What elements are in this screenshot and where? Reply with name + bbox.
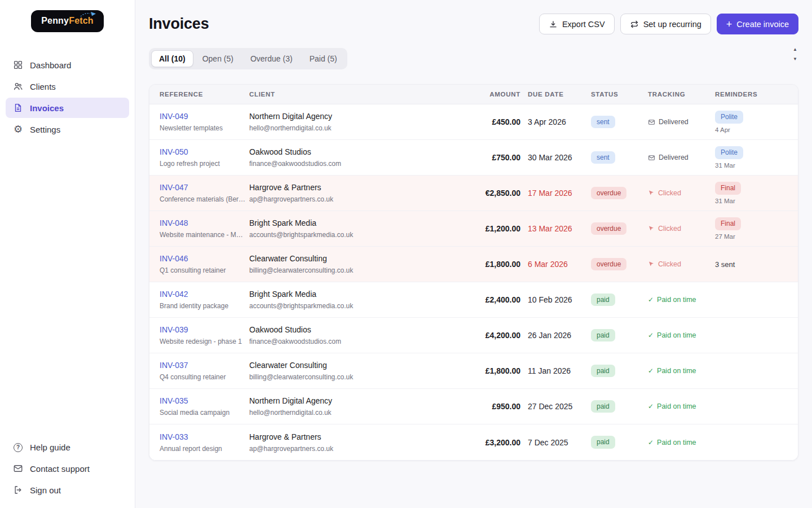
tracking-cell: ✓ Paid on time <box>648 331 715 339</box>
tracking-label: Delivered <box>659 154 689 161</box>
client-cell: Oakwood Studios finance@oakwoodstudios.c… <box>249 147 460 168</box>
sidebar-item-settings[interactable]: ⚙ Settings <box>6 119 129 139</box>
tracking-label: Paid on time <box>657 296 696 304</box>
invoice-reference-link[interactable]: INV-037 <box>160 361 188 370</box>
invoice-reference-link[interactable]: INV-049 <box>160 112 188 121</box>
invoice-reference-link[interactable]: INV-046 <box>160 254 188 263</box>
tracking-status: ✓ Paid on time <box>648 402 715 410</box>
client-name: Northern Digital Agency <box>249 396 460 405</box>
status-cell: overdue <box>591 222 648 235</box>
sidebar-item-help-guide[interactable]: ? Help guide <box>6 437 129 457</box>
client-cell: Hargrove & Partners ap@hargrovepartners.… <box>249 432 460 453</box>
status-cell: paid <box>591 329 648 341</box>
reference-cell: INV-042 Brand identity package <box>160 290 249 310</box>
brand-logo[interactable]: PennyFetch <box>31 10 104 32</box>
due-date: 13 Mar 2026 <box>528 224 591 233</box>
invoice-description: Q4 consulting retainer <box>160 373 249 381</box>
invoice-description: Logo refresh project <box>160 160 249 168</box>
status-badge: overdue <box>591 222 626 235</box>
table-row[interactable]: INV-042 Brand identity package Bright Sp… <box>149 282 798 318</box>
invoice-reference-link[interactable]: INV-047 <box>160 183 188 192</box>
filter-tabs-row: All (10) Open (5) Overdue (3) Paid (5) <box>149 48 798 69</box>
set-up-recurring-button[interactable]: Set up recurring <box>620 14 711 34</box>
reminder-badge: Polite <box>715 146 743 159</box>
invoice-description: Annual report design <box>160 445 249 453</box>
invoice-reference-link[interactable]: INV-048 <box>160 218 188 227</box>
invoice-amount: £1,200.00 <box>460 224 528 233</box>
status-badge: paid <box>591 436 615 448</box>
sidebar-item-contact-support[interactable]: Contact support <box>6 458 129 479</box>
tab-overdue[interactable]: Overdue (3) <box>242 50 301 67</box>
client-email: billing@clearwaterconsulting.co.uk <box>249 266 460 274</box>
client-cell: Clearwater Consulting billing@clearwater… <box>249 361 460 381</box>
export-csv-button[interactable]: Export CSV <box>539 14 615 34</box>
invoice-reference-link[interactable]: INV-039 <box>160 325 188 334</box>
sign-out-icon <box>12 485 24 495</box>
client-cell: Northern Digital Agency hello@northerndi… <box>249 112 460 132</box>
table-row[interactable]: INV-046 Q1 consulting retainer Clearwate… <box>149 247 798 282</box>
invoices-icon <box>12 103 24 113</box>
table-row[interactable]: INV-037 Q4 consulting retainer Clearwate… <box>149 353 798 389</box>
reminders-cell: Polite 31 Mar <box>715 146 788 168</box>
app-root: PennyFetch Dashboard Clients Invoices <box>0 0 812 508</box>
client-cell: Bright Spark Media accounts@brightsparkm… <box>249 218 460 239</box>
sidebar-item-invoices[interactable]: Invoices <box>6 98 129 118</box>
status-badge: paid <box>591 329 615 341</box>
tab-all[interactable]: All (10) <box>151 50 193 67</box>
invoice-amount: €2,850.00 <box>460 189 528 198</box>
table-row[interactable]: INV-047 Conference materials (Ber… Hargr… <box>149 176 798 211</box>
tracking-label: Paid on time <box>657 367 696 375</box>
tab-open[interactable]: Open (5) <box>195 50 241 67</box>
table-row[interactable]: INV-033 Annual report design Hargrove & … <box>149 424 798 460</box>
scroll-down-arrow[interactable]: ▼ <box>793 57 797 62</box>
sidebar-item-dashboard[interactable]: Dashboard <box>6 55 129 75</box>
reference-cell: INV-037 Q4 consulting retainer <box>160 361 249 381</box>
table-row[interactable]: INV-035 Social media campaign Northern D… <box>149 389 798 424</box>
tracking-cell: ✓ Clicked <box>648 225 715 233</box>
mail-icon <box>12 463 24 474</box>
invoice-reference-link[interactable]: INV-050 <box>160 147 188 156</box>
tab-paid[interactable]: Paid (5) <box>302 50 345 67</box>
sidebar-item-clients[interactable]: Clients <box>6 76 129 97</box>
invoice-table-body: INV-049 Newsletter templates Northern Di… <box>149 104 798 460</box>
invoice-reference-link[interactable]: INV-042 <box>160 290 188 299</box>
page-header: Invoices Export CSV Set up recurring + <box>149 14 798 34</box>
table-row[interactable]: INV-050 Logo refresh project Oakwood Stu… <box>149 140 798 176</box>
invoice-description: Website maintenance - M… <box>160 231 249 239</box>
tracking-cell: ✓ Paid on time <box>648 439 715 446</box>
set-up-recurring-label: Set up recurring <box>643 20 701 29</box>
status-cell: paid <box>591 365 648 377</box>
table-row[interactable]: INV-048 Website maintenance - M… Bright … <box>149 211 798 247</box>
table-row[interactable]: INV-049 Newsletter templates Northern Di… <box>149 104 798 140</box>
reference-cell: INV-049 Newsletter templates <box>160 112 249 132</box>
client-cell: Northern Digital Agency hello@northerndi… <box>249 396 460 417</box>
scroll-up-arrow[interactable]: ▲ <box>793 47 797 52</box>
tracking-cell: ✓ Paid on time <box>648 367 715 375</box>
cursor-icon <box>648 225 655 232</box>
table-row[interactable]: INV-039 Website redesign - phase 1 Oakwo… <box>149 318 798 353</box>
tracking-status: ✓ Clicked <box>648 189 715 197</box>
status-cell: paid <box>591 294 648 306</box>
sidebar-item-sign-out[interactable]: Sign out <box>6 480 129 500</box>
tracking-status: ✓ Paid on time <box>648 367 715 375</box>
invoice-amount: £450.00 <box>460 117 528 126</box>
invoice-table: REFERENCE CLIENT AMOUNT DUE DATE STATUS … <box>149 84 798 461</box>
reminder-badge: Final <box>715 217 741 230</box>
client-email: finance@oakwoodstudios.com <box>249 338 460 345</box>
tracking-label: Paid on time <box>657 402 696 410</box>
client-name: Hargrove & Partners <box>249 432 460 441</box>
tracking-label: Paid on time <box>657 439 696 446</box>
client-cell: Bright Spark Media accounts@brightsparkm… <box>249 290 460 310</box>
client-email: billing@clearwaterconsulting.co.uk <box>249 373 460 381</box>
status-cell: sent <box>591 151 648 164</box>
client-email: finance@oakwoodstudios.com <box>249 160 460 168</box>
column-header-reminders: REMINDERS <box>715 91 788 98</box>
column-header-amount: AMOUNT <box>460 91 528 98</box>
recurring-icon <box>630 20 639 29</box>
invoice-amount: £750.00 <box>460 153 528 162</box>
invoice-reference-link[interactable]: INV-033 <box>160 432 188 441</box>
due-date: 10 Feb 2026 <box>528 295 591 304</box>
envelope-icon <box>648 119 655 126</box>
create-invoice-button[interactable]: + Create invoice <box>717 14 798 34</box>
invoice-reference-link[interactable]: INV-035 <box>160 396 188 405</box>
